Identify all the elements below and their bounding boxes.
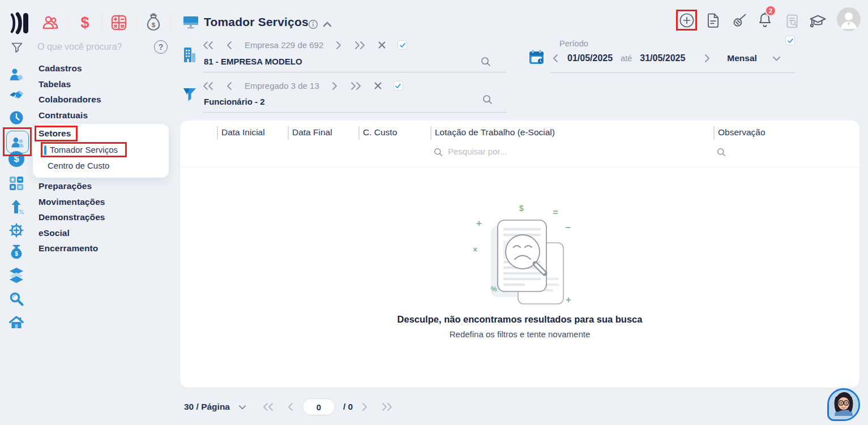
period-end-date[interactable]: 31/05/2025 bbox=[640, 53, 685, 63]
period-prev-icon[interactable] bbox=[551, 54, 559, 63]
app-logo[interactable] bbox=[10, 11, 29, 35]
company-first-icon[interactable] bbox=[202, 41, 214, 50]
company-nav: Empresa 229 de 692 bbox=[202, 40, 407, 50]
company-prev-icon[interactable] bbox=[225, 41, 233, 50]
sidebar-item-tabelas[interactable]: Tabelas bbox=[39, 79, 71, 89]
period-separator: até bbox=[621, 54, 632, 63]
rail-preparations-icon[interactable] bbox=[8, 175, 24, 191]
period-nav: 01/05/2025 até 31/05/2025 Mensal bbox=[551, 53, 781, 63]
company-filter-checkbox[interactable] bbox=[397, 40, 407, 50]
company-next-icon[interactable] bbox=[335, 41, 343, 50]
period-start-date[interactable]: 01/05/2025 bbox=[567, 53, 613, 63]
separator bbox=[135, 12, 138, 33]
pagination-prev-icon[interactable] bbox=[287, 402, 294, 411]
period-label: Período bbox=[559, 39, 588, 48]
sidebar-item-contratuais[interactable]: Contratuais bbox=[39, 110, 88, 121]
period-mode-chevron-down-icon[interactable] bbox=[772, 54, 781, 62]
company-last-icon[interactable] bbox=[354, 41, 366, 50]
employee-funnel-icon bbox=[182, 87, 197, 102]
separator bbox=[67, 12, 70, 33]
rail-search-icon[interactable] bbox=[8, 291, 24, 307]
rail-collaborators-icon[interactable] bbox=[8, 87, 24, 103]
employees-quick-icon[interactable] bbox=[41, 13, 60, 32]
document-search-icon[interactable] bbox=[785, 14, 799, 29]
results-panel: Data Inicial Data Final C. Custo Lotação… bbox=[180, 121, 860, 388]
pagination-next-icon[interactable] bbox=[361, 402, 369, 411]
employee-first-icon[interactable] bbox=[202, 81, 214, 91]
observation-search-icon[interactable] bbox=[716, 147, 726, 157]
calculator-quick-icon[interactable] bbox=[110, 14, 128, 32]
separator bbox=[100, 12, 103, 33]
payroll-dollar-quick-icon[interactable]: $ bbox=[76, 14, 93, 32]
sidebar-item-cadastros[interactable]: Cadastros bbox=[39, 63, 82, 74]
employee-prev-icon[interactable] bbox=[225, 81, 233, 91]
calendar-icon bbox=[528, 49, 545, 66]
pagination-last-icon[interactable] bbox=[381, 402, 394, 411]
user-avatar[interactable] bbox=[837, 7, 861, 31]
column-header-data-final[interactable]: Data Final bbox=[292, 127, 332, 138]
rail-layers-icon[interactable] bbox=[8, 267, 24, 284]
company-value[interactable]: 81 - EMPRESA MODELO bbox=[204, 57, 302, 66]
period-mode-select[interactable]: Mensal bbox=[727, 53, 757, 63]
rail-closing-icon[interactable]: $ bbox=[8, 244, 24, 260]
info-icon[interactable] bbox=[308, 19, 318, 29]
svg-text:=: = bbox=[553, 208, 558, 217]
column-header-observacao[interactable]: Observação bbox=[718, 127, 766, 138]
column-divider bbox=[217, 126, 218, 140]
svg-text:$: $ bbox=[15, 251, 18, 257]
assistant-cartoon-face bbox=[829, 390, 858, 419]
add-record-icon[interactable] bbox=[679, 12, 695, 28]
svg-text:+: + bbox=[566, 294, 571, 305]
employee-last-icon[interactable] bbox=[350, 81, 362, 91]
employee-filter-checkbox[interactable] bbox=[394, 81, 403, 91]
employee-clear-icon[interactable] bbox=[374, 81, 382, 90]
sidebar-item-encerramento[interactable]: Encerramento bbox=[39, 243, 98, 254]
sidebar-search-input[interactable] bbox=[37, 42, 136, 52]
submenu-item-centro-de-custo[interactable]: Centro de Custo bbox=[48, 161, 109, 170]
company-clear-icon[interactable] bbox=[378, 41, 386, 49]
period-underline bbox=[550, 72, 795, 73]
annotation-box-setores bbox=[35, 126, 78, 141]
rail-home-icon[interactable] bbox=[8, 315, 24, 330]
table-search-input[interactable] bbox=[448, 147, 527, 156]
graduation-cap-icon[interactable] bbox=[809, 12, 827, 29]
broom-clean-icon[interactable] bbox=[730, 12, 747, 28]
moneybag-quick-icon[interactable]: $ bbox=[144, 13, 163, 32]
help-icon[interactable]: ? bbox=[154, 40, 168, 54]
sidebar-item-colaboradores[interactable]: Colaboradores bbox=[39, 95, 101, 105]
rail-esocial-icon[interactable] bbox=[8, 222, 24, 238]
svg-text:–: – bbox=[565, 222, 570, 233]
page-number-input[interactable] bbox=[302, 398, 335, 415]
sidebar-item-preparacoes[interactable]: Preparações bbox=[39, 181, 92, 191]
employee-value[interactable]: Funcionário - 2 bbox=[204, 97, 265, 106]
employee-counter-label: Empregado 3 de 13 bbox=[245, 81, 319, 91]
company-search-icon[interactable] bbox=[480, 56, 491, 67]
page-size-chevron-down-icon[interactable] bbox=[238, 403, 247, 411]
rail-movements-icon[interactable] bbox=[8, 199, 24, 214]
employee-next-icon[interactable] bbox=[331, 81, 339, 91]
rail-time-icon[interactable] bbox=[8, 110, 24, 126]
page-title: Tomador Serviços bbox=[204, 15, 309, 29]
collapse-chevron-up-icon[interactable] bbox=[322, 19, 333, 29]
svg-text:×: × bbox=[473, 245, 477, 254]
sidebar-item-movimentacoes[interactable]: Movimentações bbox=[39, 197, 105, 207]
column-divider bbox=[430, 126, 431, 140]
sidebar-item-demonstracoes[interactable]: Demonstrações bbox=[39, 212, 105, 222]
column-header-data-inicial[interactable]: Data Inicial bbox=[221, 127, 265, 138]
rail-registrations-icon[interactable] bbox=[8, 67, 24, 83]
period-filter-checkbox[interactable] bbox=[785, 36, 795, 45]
column-divider bbox=[713, 126, 715, 140]
filter-funnel-icon[interactable] bbox=[10, 41, 24, 54]
document-icon[interactable] bbox=[705, 12, 721, 28]
sidebar-item-esocial[interactable]: eSocial bbox=[39, 228, 70, 238]
employee-search-icon[interactable] bbox=[482, 94, 493, 105]
page-size-select[interactable]: 30 / Página bbox=[184, 402, 230, 412]
monitor-icon bbox=[182, 15, 199, 31]
period-next-icon[interactable] bbox=[703, 54, 711, 63]
separator bbox=[169, 12, 172, 33]
column-header-lotacao[interactable]: Lotação de Trabalho (e-Social) bbox=[435, 127, 555, 138]
empty-state-subtitle: Redefina os filtros e tente novamente bbox=[180, 329, 860, 339]
pagination-first-icon[interactable] bbox=[262, 402, 274, 411]
assistant-avatar[interactable] bbox=[827, 388, 860, 421]
column-header-c-custo[interactable]: C. Custo bbox=[363, 127, 397, 138]
